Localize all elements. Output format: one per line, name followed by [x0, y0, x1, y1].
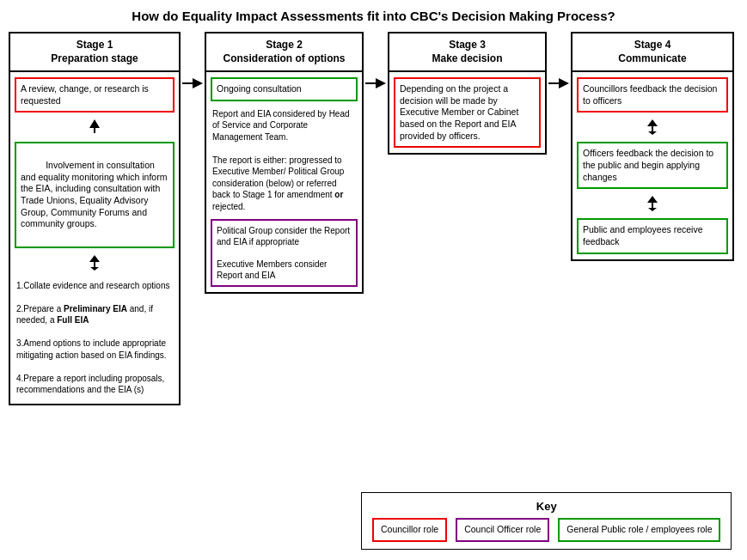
svg-marker-9: [647, 119, 658, 126]
key-councillor: Councillor role: [372, 518, 447, 542]
stage1-body: A review, change, or research is request…: [10, 72, 179, 403]
stage2-box3: Political Group consider the Report and …: [211, 219, 358, 287]
stage1-header: Stage 1 Preparation stage: [10, 33, 179, 72]
arrow-down-2: [15, 255, 175, 271]
svg-marker-14: [648, 208, 657, 211]
stage1-box1: A review, change, or research is request…: [15, 77, 175, 113]
stage3-box1: Depending on the project a decision will…: [394, 77, 541, 148]
key-public: General Public role / employees role: [558, 518, 720, 542]
key-items: Councillor role Council Officer role Gen…: [372, 518, 720, 542]
main-container: How do Equality Impact Assessments fit i…: [0, 0, 747, 560]
stage1-box3: 1.Collate evidence and research options …: [15, 277, 175, 399]
stages-row: Stage 1 Preparation stage A review, chan…: [9, 32, 738, 405]
page-title: How do Equality Impact Assessments fit i…: [9, 9, 738, 23]
arrow-down-3: [577, 119, 728, 135]
stage2-body: Ongoing consultation Report and EIA cons…: [206, 72, 362, 292]
stage4-outer: Stage 4 Communicate Councillors feedback…: [571, 32, 734, 261]
arrow-right-2: [364, 32, 388, 118]
key-section: Key Councillor role Council Officer role…: [361, 492, 732, 550]
arrow-right-3: [547, 32, 571, 118]
stage2-box2: Report and EIA considered by Head of Ser…: [211, 106, 358, 216]
stage2-box1: Ongoing consultation: [211, 77, 358, 101]
stage3-body: Depending on the project a decision will…: [389, 72, 545, 153]
stage4-box1: Councillors feedback the decision to off…: [577, 77, 728, 113]
arrow-right-1: [181, 32, 205, 118]
svg-marker-0: [89, 119, 100, 128]
svg-rect-1: [94, 128, 95, 133]
stage4-body: Councillors feedback the decision to off…: [572, 72, 732, 259]
stage1-box2: Involvement in consultation and equality…: [15, 142, 175, 247]
stage4-header: Stage 4 Communicate: [572, 33, 732, 72]
key-officer: Council Officer role: [456, 518, 549, 542]
stage4-box3: Public and employees receive feedback: [577, 218, 728, 253]
svg-marker-5: [90, 267, 99, 271]
key-title: Key: [372, 500, 720, 513]
svg-marker-3: [89, 255, 100, 262]
stage2-header: Stage 2 Consideration of options: [206, 33, 362, 72]
stage1-outer: Stage 1 Preparation stage A review, chan…: [9, 32, 181, 405]
svg-marker-11: [648, 131, 657, 135]
svg-marker-12: [647, 196, 658, 203]
stage3-header: Stage 3 Make decision: [389, 33, 545, 72]
stage2-outer: Stage 2 Consideration of options Ongoing…: [205, 32, 364, 294]
stage3-outer: Stage 3 Make decision Depending on the p…: [388, 32, 547, 155]
arrow-down-4: [577, 196, 728, 211]
arrow-down-1: [15, 119, 175, 135]
stage4-box2: Officers feedback the decision to the pu…: [577, 142, 728, 189]
